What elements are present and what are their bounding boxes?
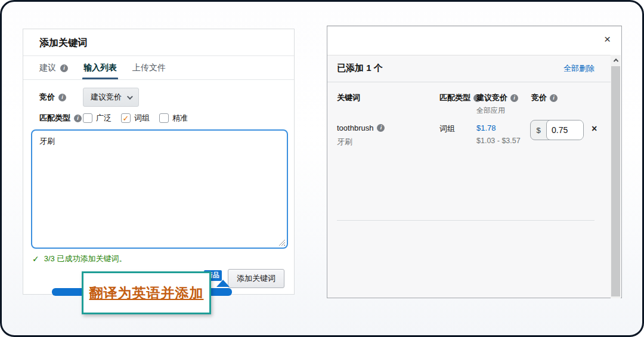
add-keywords-panel: 添加关键词 建议 i 输入列表 上传文件 竞价 i 建议竞价 xyxy=(23,29,295,295)
scroll-up-arrow-icon[interactable] xyxy=(611,55,621,65)
column-suggested-bid: 建议竞价 i xyxy=(476,92,518,103)
add-keywords-button[interactable]: 添加关键词 xyxy=(228,269,284,288)
tab-upload-file[interactable]: 上传文件 xyxy=(132,56,166,80)
info-icon[interactable]: i xyxy=(60,64,68,72)
added-keywords-scroll-area: 已添加 1 个 全部删除 关键词 匹配类型 i 建议竞价 i 全部应用 竞价 xyxy=(327,55,611,298)
bid-range: $1.03 - $3.57 xyxy=(476,137,521,145)
match-type-row: 匹配类型 i 广泛 ✓ 词组 精准 xyxy=(39,113,290,123)
bid-input-group: $ xyxy=(530,120,584,140)
column-match-type: 匹配类型 i xyxy=(439,92,481,103)
scrollbar-thumb[interactable] xyxy=(611,66,620,296)
bid-input[interactable] xyxy=(546,120,584,140)
divider xyxy=(327,82,611,82)
checkbox-icon xyxy=(159,113,169,123)
added-keywords-panel: × 已添加 1 个 全部删除 关键词 匹配类型 i 建议竞价 i 全部应用 xyxy=(327,26,622,298)
keywords-textarea[interactable]: 牙刷 xyxy=(31,129,288,249)
checkbox-icon xyxy=(83,113,92,123)
tab-suggested[interactable]: 建议 i xyxy=(39,56,68,80)
tab-bar: 建议 i 输入列表 上传文件 xyxy=(39,56,166,80)
scrollbar[interactable] xyxy=(611,55,621,298)
suggested-bid-link[interactable]: $1.78 xyxy=(476,123,496,132)
keyword-translation: 牙刷 xyxy=(337,137,352,147)
translate-link[interactable]: 翻译为英语并添加 xyxy=(89,284,204,302)
added-count-row: 已添加 1 个 全部删除 xyxy=(337,63,595,74)
apply-all-link[interactable]: 全部应用 xyxy=(476,106,505,116)
match-type-label: 匹配类型 i xyxy=(39,113,83,123)
tab-enter-list[interactable]: 输入列表 xyxy=(83,56,117,80)
delete-all-link[interactable]: 全部删除 xyxy=(564,63,595,74)
info-icon[interactable]: i xyxy=(550,94,558,102)
bid-row: 竞价 i 建议竞价 xyxy=(39,88,284,107)
tab-label: 输入列表 xyxy=(83,63,117,73)
translate-annotation-box: 翻译为英语并添加 xyxy=(82,271,211,314)
match-type-options: 广泛 ✓ 词组 精准 xyxy=(83,113,188,123)
close-icon[interactable]: × xyxy=(604,33,611,45)
keyword-cell: toothbrush i xyxy=(337,123,385,132)
bid-type-dropdown[interactable]: 建议竞价 xyxy=(83,88,139,107)
info-icon[interactable]: i xyxy=(377,124,385,132)
tab-label: 建议 xyxy=(39,63,56,73)
match-type-cell: 词组 xyxy=(439,123,455,134)
chevron-down-icon xyxy=(127,94,133,100)
bid-label: 竞价 i xyxy=(39,92,83,103)
tooltip-arrow-icon xyxy=(216,280,230,287)
checkbox-broad[interactable]: 广泛 xyxy=(83,113,112,123)
checkbox-exact[interactable]: 精准 xyxy=(159,113,188,123)
info-icon[interactable]: i xyxy=(510,94,518,102)
info-icon[interactable]: i xyxy=(74,115,82,122)
check-icon: ✓ xyxy=(32,254,39,264)
divider xyxy=(337,220,595,221)
column-keyword: 关键词 xyxy=(337,92,360,103)
tab-label: 上传文件 xyxy=(132,63,166,73)
remove-keyword-icon[interactable]: × xyxy=(592,124,597,134)
added-count: 已添加 1 个 xyxy=(337,63,383,74)
screenshot-frame: 添加关键词 建议 i 输入列表 上传文件 竞价 i 建议竞价 xyxy=(0,0,644,337)
info-icon[interactable]: i xyxy=(58,94,66,101)
checkbox-phrase[interactable]: ✓ 词组 xyxy=(121,113,150,123)
currency-prefix: $ xyxy=(531,120,546,140)
column-bid: 竞价 i xyxy=(531,92,558,103)
success-message: ✓ 3/3 已成功添加关键词。 xyxy=(32,253,126,264)
page-title: 添加关键词 xyxy=(39,37,87,50)
checkbox-checked-icon: ✓ xyxy=(121,113,131,123)
divider xyxy=(23,79,294,80)
